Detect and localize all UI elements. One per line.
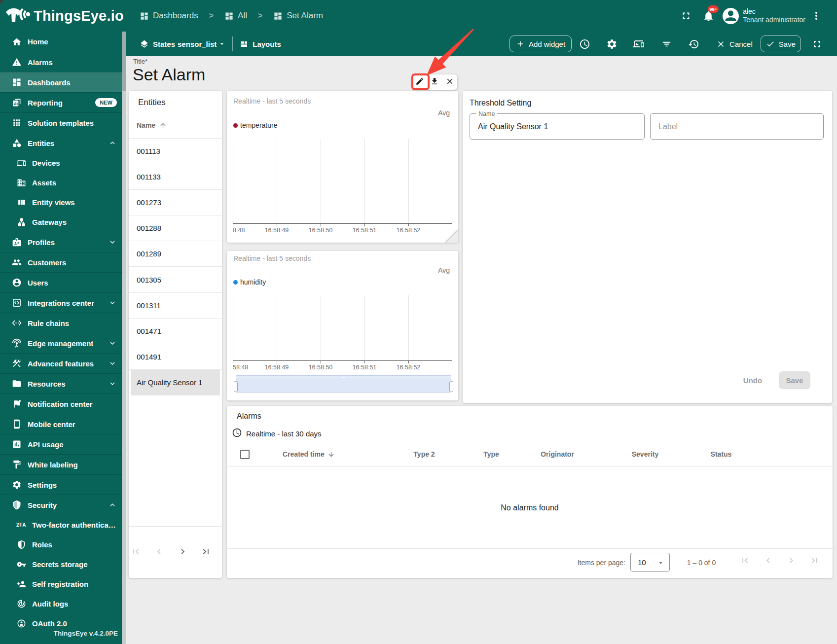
gridline bbox=[408, 139, 409, 223]
add-widget-button[interactable]: Add widget bbox=[509, 36, 572, 52]
temperature-chart-widget[interactable]: Realtime - last 5 seconds Avg temperatur… bbox=[227, 91, 458, 243]
column-created-time[interactable]: Created time bbox=[283, 449, 335, 459]
datazoom-handle-right[interactable] bbox=[449, 381, 453, 392]
sidebar-item-resources[interactable]: Resources bbox=[0, 373, 122, 394]
caret-down-icon[interactable] bbox=[218, 40, 226, 48]
prev-page-icon[interactable] bbox=[154, 546, 164, 557]
first-page-icon[interactable] bbox=[740, 555, 750, 566]
edit-widget-button[interactable] bbox=[415, 77, 424, 87]
toolbar-divider bbox=[232, 36, 233, 51]
cancel-button[interactable]: Cancel bbox=[716, 39, 753, 49]
first-page-icon[interactable] bbox=[131, 546, 141, 557]
sidebar-item-advanced-features[interactable]: Advanced features bbox=[0, 353, 122, 373]
sidebar-item-gateways[interactable]: Gateways bbox=[0, 212, 122, 232]
sidebar-item-assets[interactable]: Assets bbox=[0, 173, 122, 192]
threshold-save-button[interactable]: Save bbox=[779, 371, 810, 389]
scrollbar-thumb[interactable] bbox=[122, 32, 126, 91]
column-type-2[interactable]: Type 2 bbox=[412, 449, 437, 459]
history-icon[interactable] bbox=[688, 38, 699, 50]
widget-resize-fold[interactable] bbox=[445, 230, 458, 243]
dashboard-settings-gear-icon[interactable] bbox=[606, 38, 618, 50]
datazoom-slider[interactable] bbox=[236, 375, 451, 393]
entity-row[interactable]: 001305 bbox=[129, 267, 222, 293]
entities-column-name[interactable]: Name bbox=[137, 119, 167, 131]
sidebar-item-entities[interactable]: Entities bbox=[0, 133, 122, 153]
legend-humidity[interactable]: humidity bbox=[233, 278, 266, 286]
sidebar-item-alarms[interactable]: Alarms bbox=[0, 52, 122, 72]
sidebar-item-profiles[interactable]: Profiles bbox=[0, 232, 122, 252]
sidebar-item-notification-center[interactable]: Notification center bbox=[0, 394, 122, 414]
sidebar-item-api-usage[interactable]: API usage bbox=[0, 434, 122, 454]
column-severity[interactable]: Severity bbox=[628, 449, 662, 459]
sidebar-item-home[interactable]: Home bbox=[0, 32, 122, 52]
sidebar-item-integrations-center[interactable]: Integrations center bbox=[0, 292, 122, 313]
sidebar-item-white-labeling[interactable]: White labeling bbox=[0, 454, 122, 474]
last-page-icon[interactable] bbox=[809, 555, 820, 566]
sidebar-item-reporting[interactable]: Reporting NEW bbox=[0, 92, 122, 112]
export-widget-button[interactable] bbox=[430, 77, 439, 87]
entity-row[interactable]: 001289 bbox=[129, 241, 222, 267]
items-per-page-select[interactable]: 10 bbox=[630, 553, 670, 572]
close-icon bbox=[445, 77, 454, 87]
sidebar-item-devices[interactable]: Devices bbox=[0, 153, 122, 173]
state-select[interactable]: sensor_list bbox=[178, 40, 217, 48]
sidebar-item-audit-logs[interactable]: Audit logs bbox=[0, 594, 122, 613]
close-widget-button[interactable] bbox=[445, 77, 454, 87]
sidebar-item-two-factor-auth[interactable]: 2FA Two-factor authenticati… bbox=[0, 515, 122, 535]
undo-button[interactable]: Undo bbox=[734, 372, 771, 389]
sidebar-item-edge-management[interactable]: Edge management bbox=[0, 333, 122, 353]
sidebar-item-roles[interactable]: Roles bbox=[0, 535, 122, 554]
label-field[interactable]: Label bbox=[650, 113, 824, 140]
more-vert-icon[interactable] bbox=[810, 10, 822, 22]
fullscreen-button[interactable] bbox=[681, 10, 691, 21]
sidebar-item-mobile-center[interactable]: Mobile center bbox=[0, 414, 122, 434]
sidebar-item-solution-templates[interactable]: Solution templates bbox=[0, 112, 122, 133]
entity-row[interactable]: 001311 bbox=[129, 293, 222, 319]
entity-row[interactable]: 001113 bbox=[129, 139, 222, 164]
dashboard-title[interactable]: Set Alarm bbox=[133, 65, 205, 84]
entity-row[interactable]: 001471 bbox=[129, 319, 222, 344]
datazoom-track[interactable] bbox=[236, 379, 451, 393]
sidebar-item-self-registration[interactable]: Self registration bbox=[0, 574, 122, 594]
legend-temperature[interactable]: temperature bbox=[233, 121, 277, 129]
sidebar-scrollbar[interactable] bbox=[122, 32, 126, 644]
sidebar-item-users[interactable]: Users bbox=[0, 272, 122, 292]
fullscreen-dashboard-icon[interactable] bbox=[812, 39, 822, 49]
avatar[interactable] bbox=[723, 8, 739, 24]
name-field[interactable]: Name Air Quality Sensor 1 bbox=[470, 113, 645, 140]
column-type[interactable]: Type bbox=[479, 449, 504, 459]
entity-row[interactable]: 001133 bbox=[129, 164, 222, 190]
timewindow-clock-icon[interactable] bbox=[579, 38, 590, 50]
column-status[interactable]: Status bbox=[706, 449, 736, 459]
entity-row[interactable]: 001273 bbox=[129, 190, 222, 215]
next-page-icon[interactable] bbox=[786, 555, 797, 566]
last-page-icon[interactable] bbox=[201, 546, 211, 557]
column-originator[interactable]: Originator bbox=[538, 449, 577, 459]
timewindow-label: Realtime - last 5 seconds bbox=[233, 254, 311, 262]
select-all-checkbox[interactable] bbox=[240, 450, 250, 459]
sidebar-item-secrets-storage[interactable]: Secrets storage bbox=[0, 554, 122, 574]
breadcrumb-all[interactable]: All bbox=[224, 11, 247, 21]
user-info[interactable]: alec Tenant administrator bbox=[743, 7, 805, 24]
prev-page-icon[interactable] bbox=[763, 555, 773, 566]
humidity-chart-widget[interactable]: Realtime - last 5 seconds Avg humidity 5… bbox=[227, 251, 458, 400]
alarms-timewindow[interactable]: Realtime - last 30 days bbox=[232, 429, 322, 438]
breadcrumb-set-alarm[interactable]: Set Alarm bbox=[273, 11, 323, 21]
breadcrumb-dashboards[interactable]: Dashboards bbox=[140, 11, 198, 21]
save-button[interactable]: Save bbox=[761, 36, 801, 52]
entity-row[interactable]: 001288 bbox=[129, 215, 222, 241]
datazoom-handle-left[interactable] bbox=[234, 381, 238, 392]
entity-aliases-icon[interactable] bbox=[633, 38, 645, 50]
sidebar-item-security[interactable]: Security bbox=[0, 495, 122, 515]
app-logo[interactable]: ThingsEye.io bbox=[0, 5, 126, 27]
entity-row-selected[interactable]: Air Quality Sensor 1 bbox=[131, 370, 220, 395]
entity-row[interactable]: 001491 bbox=[129, 344, 222, 370]
sidebar-item-customers[interactable]: Customers bbox=[0, 252, 122, 272]
filter-icon[interactable] bbox=[661, 38, 672, 50]
sidebar-item-dashboards[interactable]: Dashboards bbox=[0, 72, 122, 92]
next-page-icon[interactable] bbox=[178, 546, 188, 557]
layouts-button[interactable]: Layouts bbox=[253, 40, 281, 48]
sidebar-item-rule-chains[interactable]: Rule chains bbox=[0, 313, 122, 333]
sidebar-item-settings[interactable]: Settings bbox=[0, 474, 122, 495]
sidebar-item-entity-views[interactable]: Entity views bbox=[0, 192, 122, 212]
